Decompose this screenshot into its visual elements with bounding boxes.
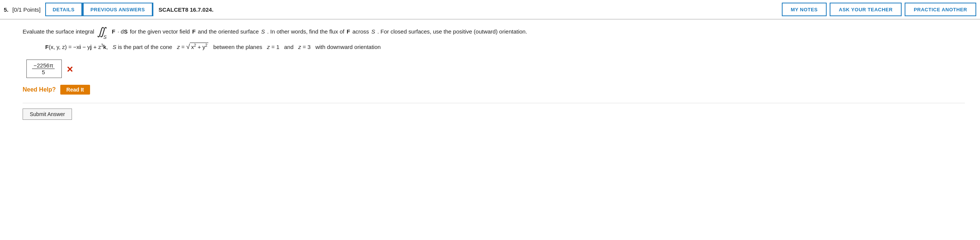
answer-row: −2256π 5 ✕ [22,60,965,79]
S-cone-text: S [113,44,116,50]
right-buttons: MY NOTES ASK YOUR TEACHER PRACTICE ANOTH… [779,3,976,16]
submit-row: Submit Answer [22,103,965,120]
minus-y: − y [81,44,91,50]
F-label: F [192,27,196,37]
practice-another-button[interactable]: PRACTICE ANOTHER [905,3,976,16]
z3-text: z [298,44,301,50]
denominator: 5 [40,69,46,75]
integral-line: Evaluate the surface integral ∬S F · dS … [22,26,965,37]
my-notes-button[interactable]: MY NOTES [782,3,827,16]
closed-text: . For closed surfaces, use the positive … [377,27,527,37]
ask-teacher-button[interactable]: ASK YOUR TEACHER [830,3,902,16]
sqrt-wrapper: √ x2 + y2 [186,43,208,51]
middle-text: for the given vector field [130,27,190,37]
k-bold: k [103,44,106,50]
j-bold: j [90,44,92,50]
and-text: and the oriented surface [198,27,259,37]
z-equals: = [180,44,186,50]
separator2 [153,3,153,16]
dot-ds: · dS [118,27,128,37]
top-bar: 5. [0/1 Points] DETAILS PREVIOUS ANSWERS… [0,0,980,20]
eq3: = 3 with downward orientation [301,44,380,50]
comma: , [106,44,111,50]
S-label: S [261,27,265,37]
top-left-group: 5. [0/1 Points] DETAILS PREVIOUS ANSWERS… [4,3,214,16]
sqrt-content: x2 + y2 [190,43,208,51]
is-part-text: is the part of the cone [116,44,176,50]
problem-text: Evaluate the surface integral ∬S F · dS … [22,26,965,37]
answer-box: −2256π 5 [26,60,62,78]
content-area: Evaluate the surface integral ∬S F · dS … [0,20,980,127]
double-integral-symbol: ∬S [97,26,109,37]
submit-answer-button[interactable]: Submit Answer [22,108,72,120]
across-text: across [352,27,369,37]
F-formula-bold: F [45,44,49,50]
F-label2: F [347,27,350,37]
detail-text: . In other words, find the flux of [267,27,344,37]
intro-text: Evaluate the surface integral [22,27,94,37]
plus-z3: + z3 [92,44,103,50]
eq1: = 1 and [270,44,298,50]
between-text: between the planes [210,44,266,50]
previous-answers-button[interactable]: PREVIOUS ANSWERS [83,3,153,16]
sqrt-symbol: √ [186,43,190,50]
read-it-button[interactable]: Read It [60,85,90,95]
S-label2: S [371,27,375,37]
need-help-row: Need Help? Read It [22,85,965,95]
scalcet-label: SCALCET8 16.7.024. [159,6,214,13]
formula-line: F(x, y, z) = −xi − yj + z3k, S is the pa… [45,41,965,53]
need-help-label: Need Help? [22,86,56,93]
z1-text: z [267,44,270,50]
question-num: 5. [0/1 Points] [4,6,41,13]
xyz-text: (x, y, z) = −x [49,44,79,50]
F-bold: F [112,27,115,37]
wrong-mark: ✕ [66,65,73,75]
details-button[interactable]: DETAILS [45,3,82,16]
fraction: −2256π 5 [32,62,55,75]
numerator: −2256π [32,62,55,69]
integral-subscript: S [103,34,107,40]
